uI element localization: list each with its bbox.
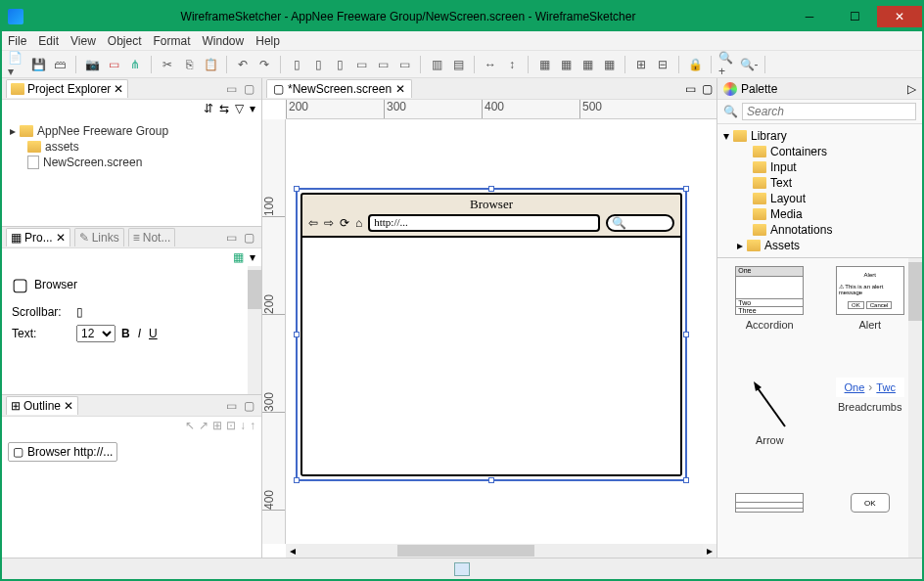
outline-item-browser[interactable]: ▢ Browser http://... [8, 442, 117, 462]
status-icon[interactable] [454, 562, 470, 576]
menu-format[interactable]: Format [154, 34, 191, 48]
resize-handle[interactable] [683, 477, 689, 483]
bring-front-button[interactable]: ▦ [535, 56, 553, 73]
restore-view-icon[interactable]: ▢ [244, 399, 257, 413]
menu-file[interactable]: File [8, 34, 26, 48]
tree-input[interactable]: Input [723, 159, 916, 175]
outline-tool-5[interactable]: ↓ [240, 419, 246, 436]
close-button[interactable]: ✕ [877, 6, 922, 27]
zoom-out-button[interactable]: 🔍- [740, 56, 758, 73]
undo-button[interactable]: ↶ [234, 56, 252, 73]
minimize-view-icon[interactable]: ▭ [226, 231, 240, 245]
italic-button[interactable]: I [138, 327, 141, 340]
menu-window[interactable]: Window [203, 34, 245, 48]
tree-library[interactable]: ▾ Library [723, 128, 916, 144]
minimize-editor-icon[interactable]: ▭ [685, 82, 696, 96]
tree-screen-file[interactable]: NewScreen.screen [10, 155, 254, 170]
menu-view[interactable]: View [70, 34, 96, 48]
notes-tab[interactable]: ≡ Not... [128, 228, 176, 246]
outline-tool-3[interactable]: ⊞ [212, 419, 222, 436]
minimize-view-icon[interactable]: ▭ [226, 82, 240, 96]
group-button[interactable]: ⊞ [632, 56, 650, 73]
resize-handle[interactable] [294, 332, 300, 337]
bring-forward-button[interactable]: ▦ [578, 56, 596, 73]
tree-text[interactable]: Text [723, 175, 916, 191]
restore-view-icon[interactable]: ▢ [244, 82, 257, 96]
tree-media[interactable]: Media [723, 206, 916, 222]
share-button[interactable]: ⋔ [126, 56, 144, 73]
palette-collapse-icon[interactable]: ▷ [907, 82, 916, 96]
resize-handle[interactable] [683, 332, 689, 337]
view-menu-icon[interactable]: ▾ [250, 250, 255, 264]
tree-assets[interactable]: assets [10, 139, 254, 155]
filter-icon[interactable]: ▽ [235, 102, 244, 117]
lock-button[interactable]: 🔒 [686, 56, 704, 73]
link-editor-icon[interactable]: ⇆ [219, 102, 229, 117]
align-middle-button[interactable]: ▭ [374, 56, 392, 73]
outline-tool-2[interactable]: ↗ [199, 419, 208, 436]
tree-layout[interactable]: Layout [723, 191, 916, 206]
widget-partial-2[interactable]: OK [822, 493, 919, 550]
camera-button[interactable]: 📷 [83, 56, 101, 73]
send-back-button[interactable]: ▦ [557, 56, 575, 73]
zoom-in-button[interactable]: 🔍+ [718, 56, 736, 73]
widget-arrow[interactable]: Arrow [721, 378, 818, 483]
widget-partial-1[interactable] [721, 493, 818, 550]
outline-tool-4[interactable]: ⊡ [226, 419, 236, 436]
match-height-button[interactable]: ↕ [503, 56, 521, 73]
resize-handle[interactable] [294, 477, 300, 483]
resize-handle[interactable] [683, 186, 689, 192]
add-property-icon[interactable]: ▦ [233, 250, 244, 264]
widget-breadcrumbs[interactable]: One › Twc Breadcrumbs [822, 378, 919, 483]
align-bottom-button[interactable]: ▭ [395, 56, 413, 73]
copy-button[interactable]: ⎘ [180, 56, 198, 73]
ungroup-button[interactable]: ⊟ [654, 56, 671, 73]
tree-containers[interactable]: Containers [723, 144, 916, 159]
menu-object[interactable]: Object [108, 34, 142, 48]
send-backward-button[interactable]: ▦ [600, 56, 618, 73]
paste-button[interactable]: 📋 [202, 56, 219, 73]
outline-tool-1[interactable]: ↖ [185, 419, 195, 436]
redo-button[interactable]: ↷ [255, 56, 273, 73]
menu-help[interactable]: Help [255, 34, 280, 48]
maximize-button[interactable]: ☐ [832, 6, 877, 27]
links-tab[interactable]: ✎ Links [74, 228, 124, 246]
canvas[interactable]: Browser ⇦ ⇨ ⟳ ⌂ http://... 🔍 [286, 119, 716, 544]
view-menu-icon[interactable]: ▾ [250, 102, 255, 117]
save-all-button[interactable]: 🗃 [51, 56, 69, 73]
distribute-v-button[interactable]: ▤ [449, 56, 467, 73]
tree-assets[interactable]: ▸ Assets [723, 238, 916, 253]
menu-edit[interactable]: Edit [38, 34, 59, 48]
underline-button[interactable]: U [149, 327, 158, 340]
selection-box[interactable]: Browser ⇦ ⇨ ⟳ ⌂ http://... 🔍 [296, 188, 687, 481]
distribute-h-button[interactable]: ▥ [428, 56, 445, 73]
tree-project[interactable]: ▸ AppNee Freeware Group [10, 123, 254, 139]
resize-handle[interactable] [488, 186, 494, 192]
browser-wireframe[interactable]: Browser ⇦ ⇨ ⟳ ⌂ http://... 🔍 [300, 193, 682, 476]
outline-tool-6[interactable]: ↑ [250, 419, 255, 436]
restore-view-icon[interactable]: ▢ [244, 231, 257, 245]
align-top-button[interactable]: ▭ [352, 56, 370, 73]
palette-scrollbar[interactable] [908, 258, 922, 558]
tree-annotations[interactable]: Annotations [723, 222, 916, 238]
collapse-all-icon[interactable]: ⇵ [204, 102, 213, 117]
outline-tab[interactable]: ⊞ Outline ✕ [6, 396, 78, 415]
properties-scrollbar[interactable] [248, 266, 261, 394]
scrollbar-value-icon[interactable]: ▯ [76, 305, 83, 319]
canvas-area[interactable]: 200 300 400 500 100 200 300 400 [262, 100, 716, 558]
editor-tab[interactable]: ▢ *NewScreen.screen ✕ [266, 79, 412, 98]
save-button[interactable]: 💾 [29, 56, 47, 73]
align-right-button[interactable]: ▯ [331, 56, 348, 73]
align-center-button[interactable]: ▯ [309, 56, 327, 73]
widget-accordion[interactable]: One Two Three Accordion [721, 266, 818, 368]
new-dropdown-button[interactable]: 📄▾ [8, 56, 25, 73]
minimize-view-icon[interactable]: ▭ [226, 399, 240, 413]
properties-tab[interactable]: ▦ Pro... ✕ [6, 228, 70, 246]
palette-search-input[interactable] [742, 103, 916, 120]
bold-button[interactable]: B [121, 327, 130, 340]
align-left-button[interactable]: ▯ [288, 56, 305, 73]
widget-alert[interactable]: Alert ⚠ This is an alert message OKCance… [822, 266, 919, 368]
resize-handle[interactable] [488, 477, 494, 483]
match-width-button[interactable]: ↔ [482, 56, 499, 73]
resize-handle[interactable] [294, 186, 300, 192]
